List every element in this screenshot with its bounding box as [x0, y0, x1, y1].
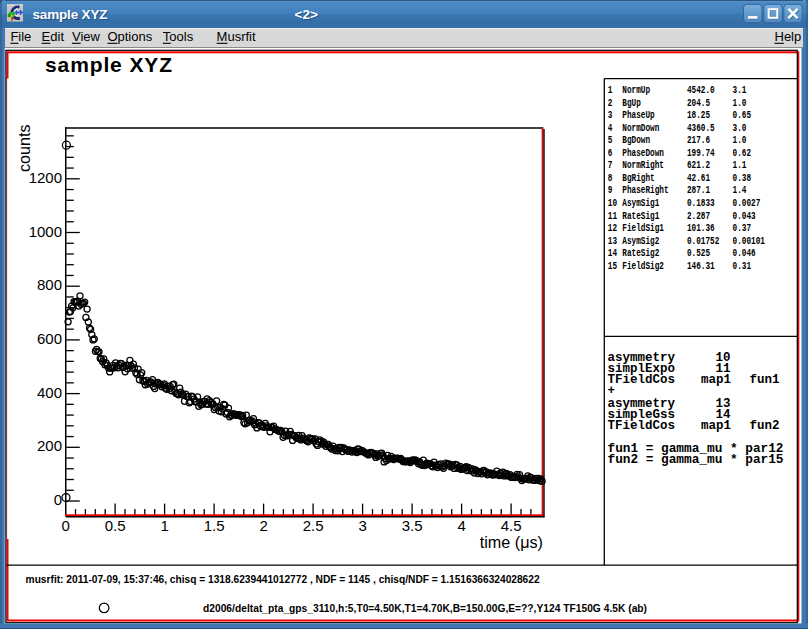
- svg-text:18.25: 18.25: [687, 110, 710, 121]
- svg-text:View: View: [72, 29, 101, 44]
- svg-text:1200: 1200: [29, 169, 62, 186]
- svg-text:Help: Help: [775, 29, 802, 44]
- svg-text:fun1: fun1: [750, 373, 780, 387]
- svg-text:2.5: 2.5: [303, 517, 324, 534]
- svg-text:3.1: 3.1: [733, 85, 747, 96]
- svg-text:14: 14: [608, 248, 617, 259]
- svg-text:0.046: 0.046: [733, 248, 756, 259]
- svg-text:0.0027: 0.0027: [733, 198, 761, 209]
- svg-text:BgRight: BgRight: [622, 173, 654, 184]
- svg-text:0: 0: [61, 517, 69, 534]
- svg-text:0.1833: 0.1833: [687, 198, 715, 209]
- svg-text:AsymSig1: AsymSig1: [622, 198, 659, 209]
- svg-text:1: 1: [608, 85, 613, 96]
- svg-text:10: 10: [608, 198, 617, 209]
- svg-text:4360.5: 4360.5: [687, 123, 715, 134]
- svg-text:RateSig2: RateSig2: [622, 248, 659, 259]
- svg-text:Tools: Tools: [163, 29, 194, 44]
- svg-text:sample XYZ: sample XYZ: [45, 53, 172, 76]
- svg-text:1.4: 1.4: [733, 185, 747, 196]
- svg-text:4542.0: 4542.0: [687, 85, 715, 96]
- svg-text:8: 8: [608, 173, 613, 184]
- svg-text:15: 15: [608, 261, 617, 272]
- svg-text:12: 12: [608, 223, 617, 234]
- svg-text:NormUp: NormUp: [622, 85, 650, 96]
- svg-text:3.0: 3.0: [733, 123, 747, 134]
- svg-text:3: 3: [608, 110, 613, 121]
- svg-text:1000: 1000: [29, 223, 62, 240]
- svg-text:PhaseRight: PhaseRight: [622, 185, 668, 196]
- svg-text:0.00101: 0.00101: [733, 236, 765, 247]
- svg-text:FieldSig1: FieldSig1: [622, 223, 664, 234]
- svg-text:0: 0: [54, 491, 62, 508]
- svg-text:BgUp: BgUp: [622, 98, 641, 109]
- svg-text:FieldSig2: FieldSig2: [622, 261, 664, 272]
- svg-text:2: 2: [259, 517, 267, 534]
- svg-text:fun2 = gamma_mu * par15: fun2 = gamma_mu * par15: [608, 453, 784, 467]
- svg-text:Edit: Edit: [42, 29, 65, 44]
- svg-text:fun2: fun2: [750, 419, 780, 433]
- svg-text:File: File: [10, 29, 31, 44]
- svg-text:d2006/deltat_pta_gps_3110,h:5,: d2006/deltat_pta_gps_3110,h:5,T0=4.50K,T…: [203, 603, 647, 614]
- svg-text:3.5: 3.5: [402, 517, 423, 534]
- svg-text:2.287: 2.287: [687, 211, 710, 222]
- svg-text:42.61: 42.61: [687, 173, 710, 184]
- svg-text:4: 4: [608, 123, 613, 134]
- svg-text:0.043: 0.043: [733, 211, 756, 222]
- svg-text:621.2: 621.2: [687, 160, 710, 171]
- svg-text:PhaseUp: PhaseUp: [622, 110, 654, 121]
- svg-text:4.5: 4.5: [501, 517, 522, 534]
- svg-text:0.65: 0.65: [733, 110, 752, 121]
- svg-text:NormDown: NormDown: [622, 123, 659, 134]
- svg-text:1.1: 1.1: [733, 160, 747, 171]
- svg-text:199.74: 199.74: [687, 148, 715, 159]
- svg-text:RateSig1: RateSig1: [622, 211, 659, 222]
- svg-text:9: 9: [608, 185, 613, 196]
- svg-text:287.1: 287.1: [687, 185, 710, 196]
- svg-text:PhaseDown: PhaseDown: [622, 148, 664, 159]
- svg-text:4: 4: [457, 517, 465, 534]
- svg-text:13: 13: [608, 236, 617, 247]
- svg-text:7: 7: [608, 160, 613, 171]
- svg-text:TFieldCos: TFieldCos: [608, 419, 676, 433]
- svg-text:400: 400: [37, 384, 62, 401]
- svg-text:6: 6: [608, 148, 613, 159]
- svg-text:200: 200: [37, 437, 62, 454]
- svg-text:800: 800: [37, 276, 62, 293]
- svg-text:600: 600: [37, 330, 62, 347]
- svg-text:11: 11: [608, 211, 617, 222]
- svg-text:AsymSig2: AsymSig2: [622, 236, 659, 247]
- svg-text:0.37: 0.37: [733, 223, 752, 234]
- svg-text:time (μs): time (μs): [480, 533, 543, 551]
- svg-text:Options: Options: [107, 29, 152, 44]
- svg-text:BgDown: BgDown: [622, 135, 650, 146]
- svg-text:0.5: 0.5: [105, 517, 126, 534]
- svg-text:1: 1: [160, 517, 168, 534]
- svg-text:146.31: 146.31: [687, 261, 715, 272]
- svg-text:musrfit: 2011-07-09, 15:37:46,: musrfit: 2011-07-09, 15:37:46, chisq = 1…: [26, 574, 540, 585]
- svg-text:0.01752: 0.01752: [687, 236, 719, 247]
- svg-text:2: 2: [608, 98, 613, 109]
- svg-text:Musrfit: Musrfit: [217, 29, 256, 44]
- svg-text:3: 3: [358, 517, 366, 534]
- svg-text:5: 5: [608, 135, 613, 146]
- svg-text:217.6: 217.6: [687, 135, 710, 146]
- svg-text:sample XYZ: sample XYZ: [33, 7, 108, 22]
- svg-text:+: +: [608, 384, 616, 398]
- svg-text:0.38: 0.38: [733, 173, 752, 184]
- svg-text:1.0: 1.0: [733, 135, 747, 146]
- svg-text:map1: map1: [701, 373, 731, 387]
- svg-text:0.31: 0.31: [733, 261, 752, 272]
- svg-text:1.0: 1.0: [733, 98, 747, 109]
- svg-text:map1: map1: [701, 419, 731, 433]
- svg-text:TFieldCos: TFieldCos: [608, 373, 676, 387]
- svg-text:0.525: 0.525: [687, 248, 710, 259]
- svg-text:1.5: 1.5: [204, 517, 225, 534]
- svg-text:<2>: <2>: [295, 7, 318, 22]
- svg-text:counts: counts: [15, 124, 33, 172]
- svg-text:NormRight: NormRight: [622, 160, 664, 171]
- svg-text:101.36: 101.36: [687, 223, 715, 234]
- svg-text:0.62: 0.62: [733, 148, 752, 159]
- svg-text:204.5: 204.5: [687, 98, 710, 109]
